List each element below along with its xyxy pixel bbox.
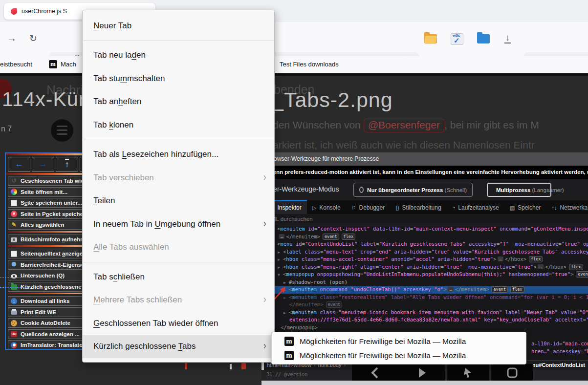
expand-arrow-icon[interactable]: ▶ — [278, 256, 283, 264]
markup-line[interactable]: ▶<label class="menu-text" crop="end" ari… — [264, 248, 588, 256]
reload-button-icon[interactable]: ↻ — [29, 33, 37, 44]
forward-button-icon[interactable]: → — [7, 33, 17, 44]
context-menu-item[interactable]: Alle Tabs auswählen — [83, 236, 274, 259]
open-with-icon — [11, 189, 17, 195]
markup-line[interactable]: extension://ff3e76d1-65dd-4e66-8d60-fc0a… — [264, 316, 588, 324]
rounded-square-icon — [506, 366, 519, 379]
upload-arrow-icon[interactable]: ↑ — [56, 157, 78, 171]
debugger-icon: ⚐ — [351, 205, 356, 211]
blue-folder-icon[interactable] — [477, 34, 490, 43]
context-menu-item[interactable]: Tab neu laden — [83, 44, 274, 67]
inspect-eye-icon — [11, 274, 17, 278]
context-menu-item[interactable]: Neuer Tab — [83, 14, 274, 38]
node-badge: flex — [510, 286, 524, 293]
markup-line[interactable]: …</menuitem>eventflex — [264, 233, 588, 241]
context-menu-item[interactable]: Tab stummschalten — [83, 67, 274, 90]
devtools-tab-laufzeitanalyse[interactable]: ◔Laufzeitanalyse — [447, 200, 504, 214]
ud-shield-icon: UD — [11, 331, 17, 337]
node-badge: event — [491, 286, 508, 293]
user-mention[interactable]: @Boersenfeger — [364, 119, 444, 132]
taskbar-sliver — [261, 381, 588, 385]
menu-separator — [83, 41, 274, 41]
markup-line[interactable]: </menupopup> — [264, 324, 588, 332]
devtools-mode-row: wser-Werkzeuge-Modus Nur übergeordneter … — [264, 179, 588, 200]
icon-box — [491, 364, 533, 382]
devtools-title[interactable]: Browser-Werkzeuge für mehrere Prozesse — [264, 152, 588, 166]
markup-line[interactable]: ▶#shadow-root (open) — [264, 278, 588, 286]
devtools-tab-stilbearbeitung[interactable]: {}Stilbearbeitung — [390, 200, 446, 214]
mozilla-favicon-icon: m — [284, 351, 294, 360]
downloads-icon[interactable]: ↓ — [504, 33, 511, 43]
submenu-item[interactable]: mMöglichkeiten für Freiwillige bei Mozil… — [272, 334, 526, 348]
icon-box — [352, 364, 445, 382]
bookmark-item[interactable]: eistbesucht — [0, 61, 32, 68]
expand-arrow-icon[interactable]: ▶ — [283, 309, 289, 317]
devtools-tab-konsole[interactable]: ▷Konsole — [307, 200, 346, 214]
play-icon — [415, 366, 428, 379]
context-menu-item[interactable]: In neuem Tab in Umgebung öffnen› — [83, 213, 274, 236]
context-menu-item[interactable]: Kürzlich geschlossene Tabs› — [83, 335, 274, 359]
markup-line[interactable]: ▶<menuitem class="restoreallitem" label=… — [264, 294, 588, 301]
devtools-tab-debugger[interactable]: ⚐Debugger — [346, 200, 391, 214]
pocket-icon: ∨ — [11, 211, 17, 217]
cookie-icon — [11, 320, 17, 326]
context-menu-item[interactable]: Tab schließen — [83, 265, 274, 289]
markup-line[interactable]: ▼<menupopup onpopupshowing="UndoListInTa… — [264, 271, 588, 278]
expand-arrow-icon[interactable]: ▶ — [278, 249, 283, 257]
node-badge: event — [323, 234, 339, 240]
lightbox-filename-right: _Tabs-2.png — [272, 88, 393, 112]
expand-arrow-icon[interactable]: ▶ — [278, 264, 283, 272]
submenu-chevron-icon: › — [263, 171, 266, 184]
devtools-highlight-guide — [0, 287, 28, 288]
context-menu-item[interactable]: Geschlossenen Tab wieder öffnen — [83, 312, 274, 335]
bookmark-item[interactable]: Test Files downloads — [280, 61, 339, 68]
markup-line-selected[interactable]: ▶<menuitem oncommand="undoCloseTab()" ac… — [264, 286, 588, 294]
collapsed-dots: … — [538, 264, 543, 269]
breadcrumb-current[interactable]: menu#ContextUndoList — [524, 361, 585, 370]
accessibility-icon: ⚉ — [11, 261, 17, 268]
tab-title: userChrome.js S — [22, 8, 75, 15]
markup-search-input[interactable]: TML durchsuchen — [264, 214, 588, 224]
markup-line[interactable]: ▶<menuitem class="menuitem-iconic bookma… — [264, 309, 588, 317]
mode-option-parent-process[interactable]: Nur übergeordneter Prozess (Schnell) — [353, 183, 473, 197]
node-badge: event — [326, 301, 343, 308]
bookmark-item[interactable]: Mach — [61, 61, 76, 68]
devtools-tab-speicher[interactable]: ▤Speicher — [504, 200, 546, 214]
tab-context-menu: Neuer TabTab neu ladenTab stummschaltenT… — [82, 10, 275, 363]
save-page-icon — [11, 200, 17, 206]
expand-arrow-icon[interactable]: ▼ — [278, 271, 283, 279]
mode-option-multiprocess[interactable]: Multiprozess (Langsamer) — [487, 183, 551, 197]
bookmark-mastodon-icon[interactable]: m — [49, 60, 57, 68]
w3c-validator-icon[interactable] — [451, 33, 463, 45]
context-menu-item[interactable]: Mehrere Tabs schließen› — [83, 289, 274, 312]
download-link-icon: ↓ — [11, 298, 17, 304]
context-menu-item[interactable]: Teilen — [83, 190, 274, 213]
tab-favicon-flame-icon — [10, 7, 18, 15]
back-arrow-icon[interactable]: ← — [8, 157, 30, 171]
collapsed-dots: … — [498, 257, 503, 261]
context-menu-item[interactable]: Tab verschieben› — [83, 166, 274, 190]
open-folder-icon[interactable] — [424, 34, 437, 43]
markup-line[interactable]: </menuitem>event — [264, 301, 588, 309]
console-icon: ▷ — [312, 205, 316, 211]
markup-fragment: a-l10n-id="main-contex — [531, 341, 588, 346]
markup-line[interactable]: ▶<hbox class="menu-accel-container" anon… — [264, 256, 588, 263]
submenu-chevron-icon: › — [263, 217, 266, 230]
markup-line[interactable]: ▶<menuitem id="context-inspect" data-l10… — [264, 225, 588, 233]
context-menu-item[interactable]: Tab klonen — [83, 113, 274, 137]
devtools-highlight-guide — [0, 277, 28, 278]
recently-closed-tabs-submenu: mMöglichkeiten für Freiwillige bei Mozil… — [271, 332, 526, 364]
node-badge: flex — [342, 234, 355, 240]
menu-separator — [83, 140, 274, 140]
devtools-tab-netzwerka[interactable]: ↑↓Netzwerka — [546, 200, 588, 214]
node-badge: flex — [569, 264, 583, 270]
folder-green-icon — [11, 284, 17, 290]
burger-menu-button[interactable] — [51, 119, 73, 142]
context-menu-item[interactable]: Tab anheften — [83, 90, 274, 114]
forward-arrow-icon[interactable]: → — [32, 157, 54, 171]
markup-line[interactable]: ▶<hbox class="menu-right" align="center"… — [264, 263, 588, 271]
markup-line[interactable]: ▼<menu id="ContextUndoList" label="Kürzl… — [264, 240, 588, 248]
context-menu-item[interactable]: Tab als Lesezeichen hinzufügen... — [83, 143, 274, 167]
submenu-item[interactable]: mMöglichkeiten für Freiwillige bei Mozil… — [272, 348, 526, 363]
performance-icon: ◔ — [452, 205, 456, 211]
